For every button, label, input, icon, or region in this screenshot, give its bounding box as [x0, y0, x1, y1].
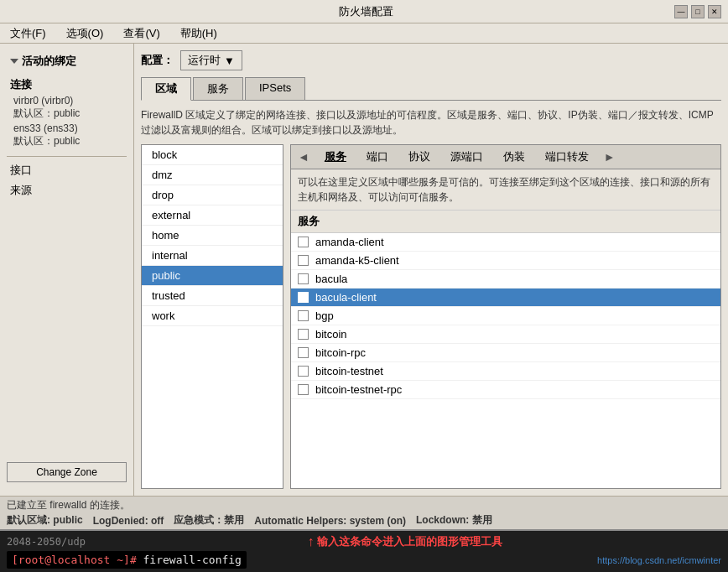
logdenied-label: LogDenied: off: [93, 515, 164, 527]
zone-list: block dmz drop external home internal pu…: [141, 144, 283, 489]
service-label: amanda-k5-client: [315, 254, 399, 267]
menu-help[interactable]: 帮助(H): [174, 24, 224, 43]
tab-ipsets[interactable]: IPSets: [245, 77, 305, 100]
tab-services[interactable]: 服务: [193, 77, 243, 100]
window-controls: — □ ✕: [674, 5, 721, 18]
dropdown-arrow-icon: ▼: [224, 55, 235, 67]
services-tab-masquerade[interactable]: 伪装: [495, 147, 533, 167]
maximize-button[interactable]: □: [691, 5, 705, 18]
service-checkbox-bgp[interactable]: [298, 310, 309, 321]
service-checkbox-bitcoin-testnet-rpc[interactable]: [298, 384, 309, 395]
zone-internal[interactable]: internal: [142, 246, 283, 266]
connections-label: 连接: [0, 75, 133, 94]
title-bar: 防火墙配置 — □ ✕: [0, 0, 728, 23]
status-line2: 默认区域: public LogDenied: off 应急模式：禁用 Auto…: [7, 513, 721, 528]
zone-external[interactable]: external: [142, 205, 283, 226]
close-button[interactable]: ✕: [708, 5, 721, 18]
service-label: bitcoin-testnet: [315, 365, 383, 377]
status-bar: 已建立至 firewalld 的连接。 默认区域: public LogDeni…: [0, 496, 728, 529]
services-list: amanda-client amanda-k5-client bacula: [291, 233, 720, 488]
services-panel: ◄ 服务 端口 协议 源端口 伪装 端口转发 ► 可以在这里定义区域中哪些服务是…: [290, 144, 721, 489]
port-text: 2048-2050/udp: [7, 536, 86, 548]
services-tabs: ◄ 服务 端口 协议 源端口 伪装 端口转发 ►: [291, 145, 720, 169]
service-checkbox-bitcoin[interactable]: [298, 329, 309, 340]
service-label: bacula: [315, 273, 347, 285]
window-title: 防火墙配置: [57, 4, 674, 19]
service-label: bgp: [315, 309, 334, 322]
services-content: 服务 amanda-client amanda-k5-client bac: [291, 211, 720, 488]
sidebar-item-interface[interactable]: 接口: [0, 160, 133, 180]
tab-zones[interactable]: 区域: [141, 77, 191, 101]
services-tab-services[interactable]: 服务: [316, 147, 355, 167]
services-tab-srcports[interactable]: 源端口: [442, 147, 491, 167]
lockdown-label: Lockdown: 禁用: [416, 513, 492, 528]
service-label: bitcoin-testnet-rpc: [315, 383, 402, 396]
service-bitcoin-rpc[interactable]: bitcoin-rpc: [291, 344, 720, 362]
service-label: bitcoin: [315, 328, 347, 341]
service-checkbox-bitcoin-testnet[interactable]: [298, 366, 309, 377]
service-bacula-client[interactable]: bacula-client: [291, 289, 720, 307]
config-label: 配置：: [141, 53, 174, 68]
menu-bar: 文件(F) 选项(O) 查看(V) 帮助(H): [0, 23, 728, 44]
config-header: 配置： 运行时 ▼: [141, 50, 721, 70]
bottom-area: 2048-2050/udp ↑ 输入这条命令进入上面的图形管理工具 [root@…: [0, 529, 728, 572]
menu-view[interactable]: 查看(V): [117, 24, 166, 43]
nav-arrow-left[interactable]: ◄: [294, 150, 313, 164]
service-bitcoin-testnet-rpc[interactable]: bitcoin-testnet-rpc: [291, 381, 720, 399]
annotation-arrow-icon: ↑: [307, 534, 314, 549]
zone-drop[interactable]: drop: [142, 185, 283, 205]
zone-dmz[interactable]: dmz: [142, 165, 283, 185]
connection-ens33[interactable]: ens33 (ens33) 默认区：public: [0, 122, 133, 149]
terminal-command: firewall-config: [143, 554, 242, 566]
annotation-text: ↑ 输入这条命令进入上面的图形管理工具: [307, 534, 502, 549]
service-label: bitcoin-rpc: [315, 346, 366, 359]
sidebar-bottom: Change Zone: [0, 455, 133, 489]
zone-trusted[interactable]: trusted: [142, 286, 283, 306]
service-amanda-k5-client[interactable]: amanda-k5-client: [291, 252, 720, 270]
services-tab-portforward[interactable]: 端口转发: [537, 147, 597, 167]
services-description: 可以在这里定义区域中哪些服务是可信的。可连接至绑定到这个区域的连接、接口和源的所…: [291, 169, 720, 211]
zone-services-area: block dmz drop external home internal pu…: [141, 144, 721, 489]
service-checkbox-amanda-client[interactable]: [298, 237, 309, 247]
service-bitcoin[interactable]: bitcoin: [291, 325, 720, 344]
sidebar-divider-1: [7, 156, 127, 157]
sidebar: 活动的绑定 连接 virbr0 (virbr0) 默认区：public ens3…: [0, 44, 134, 496]
auto-helpers-label: Automatic Helpers: system (on): [254, 515, 406, 527]
right-panel: 配置： 运行时 ▼ 区域 服务 IPSets FirewallD 区域定义了绑定…: [134, 44, 728, 496]
collapse-icon: [10, 59, 18, 64]
change-zone-button[interactable]: Change Zone: [7, 462, 127, 482]
service-label: amanda-client: [315, 236, 384, 248]
menu-options[interactable]: 选项(O): [60, 24, 111, 43]
terminal-line: [root@localhost ~]# firewall-config: [7, 551, 247, 569]
zones-description: FirewallD 区域定义了绑定的网络连接、接口以及源地址的可信程度。区域是服…: [141, 107, 721, 138]
zone-work[interactable]: work: [142, 306, 283, 326]
status-line1: 已建立至 firewalld 的连接。: [7, 498, 721, 512]
terminal-prompt: [root@localhost ~]#: [12, 554, 143, 566]
zone-public[interactable]: public: [142, 266, 283, 286]
blog-url: https://blog.csdn.net/icmwinter: [597, 555, 721, 565]
service-checkbox-amanda-k5-client[interactable]: [298, 255, 309, 266]
service-checkbox-bacula[interactable]: [298, 273, 309, 284]
services-tab-ports[interactable]: 端口: [358, 147, 397, 167]
connection-virbr0[interactable]: virbr0 (virbr0) 默认区：public: [0, 94, 133, 122]
config-dropdown[interactable]: 运行时 ▼: [180, 50, 242, 70]
nav-arrow-right[interactable]: ►: [601, 150, 619, 164]
service-bitcoin-testnet[interactable]: bitcoin-testnet: [291, 362, 720, 381]
service-checkbox-bitcoin-rpc[interactable]: [298, 347, 309, 358]
minimize-button[interactable]: —: [674, 5, 688, 18]
emergency-label: 应急模式：禁用: [174, 513, 244, 528]
connections-group: 连接 virbr0 (virbr0) 默认区：public ens33 (ens…: [0, 72, 133, 153]
zone-home[interactable]: home: [142, 226, 283, 246]
tab-bar: 区域 服务 IPSets: [141, 77, 721, 101]
service-amanda-client[interactable]: amanda-client: [291, 233, 720, 252]
service-bacula[interactable]: bacula: [291, 270, 720, 289]
sidebar-item-source[interactable]: 来源: [0, 180, 133, 200]
service-label: bacula-client: [315, 291, 377, 304]
service-checkbox-bacula-client[interactable]: [298, 292, 309, 303]
menu-file[interactable]: 文件(F): [3, 24, 53, 43]
service-bgp[interactable]: bgp: [291, 307, 720, 325]
services-tab-protocols[interactable]: 协议: [400, 147, 439, 167]
zone-block[interactable]: block: [142, 145, 283, 165]
default-zone-label: 默认区域: public: [7, 513, 83, 528]
services-content-header: 服务: [291, 211, 720, 233]
